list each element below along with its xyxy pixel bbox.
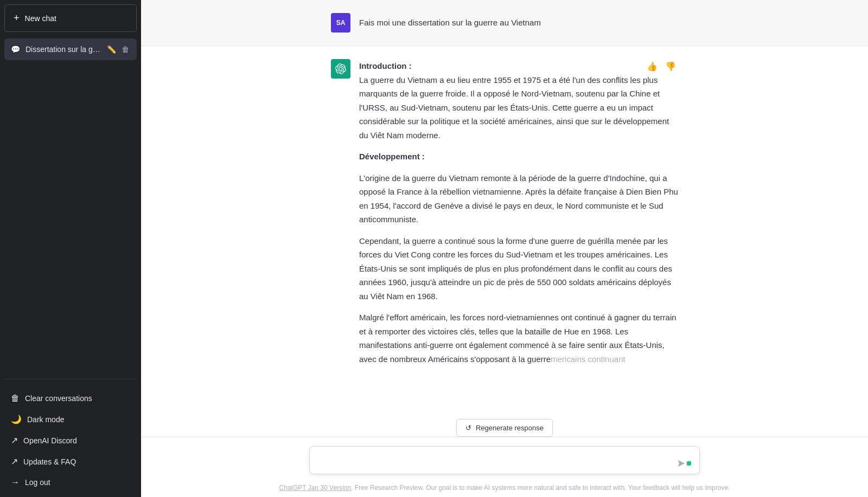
chat-area: SA Fais moi une dissertation sur la guer…: [141, 0, 868, 415]
edit-conversation-button[interactable]: ✏️: [106, 44, 117, 55]
regenerate-label: Regenerate response: [476, 424, 544, 432]
delete-conversation-button[interactable]: 🗑: [120, 44, 130, 55]
sidebar-divider: [4, 379, 137, 379]
intro-text: La guerre du Vietnam a eu lieu entre 195…: [359, 75, 669, 140]
regenerate-button[interactable]: ↺ Regenerate response: [456, 419, 553, 437]
intro-title: Introduction :: [359, 61, 412, 70]
user-text: Fais moi une dissertation sur la guerre …: [359, 13, 541, 29]
logout-icon: →: [11, 477, 20, 487]
clear-label: Clear conversations: [25, 394, 92, 403]
thumbs-down-button[interactable]: 👎: [663, 59, 678, 74]
new-chat-button[interactable]: + New chat: [4, 4, 137, 32]
ai-avatar: [331, 59, 350, 79]
footer: ChatGPT Jan 30 Version. Free Research Pr…: [141, 481, 868, 497]
conversation-item[interactable]: 💬 Dissertation sur la gue ✏️ 🗑: [4, 38, 137, 60]
dev-paragraph-2: Cependant, la guerre a continué sous la …: [359, 234, 678, 304]
dev-title: Développement :: [359, 152, 425, 161]
regenerate-icon: ↺: [465, 424, 471, 432]
main-content: SA Fais moi une dissertation sur la guer…: [141, 0, 868, 497]
discord-label: OpenAI Discord: [23, 436, 77, 445]
dev-paragraph-1: L'origine de la guerre du Vietnam remont…: [359, 171, 678, 227]
logout-label: Log out: [25, 478, 50, 487]
sidebar-item-clear[interactable]: 🗑 Clear conversations: [4, 388, 137, 409]
conversation-title: Dissertation sur la gue: [25, 45, 100, 54]
conversation-actions: ✏️ 🗑: [106, 44, 130, 55]
moon-icon: 🌙: [11, 414, 22, 424]
faq-label: Updates & FAQ: [23, 457, 76, 466]
discord-icon: ↗: [11, 435, 18, 446]
ai-actions: 👍 👎: [644, 59, 678, 74]
input-area: [141, 437, 868, 481]
user-avatar: SA: [331, 13, 350, 33]
send-icon: [677, 459, 686, 468]
ai-message: Introduction : La guerre du Vietnam a eu…: [141, 46, 868, 379]
clear-icon: 🗑: [11, 393, 20, 403]
sidebar-item-faq[interactable]: ↗ Updates & FAQ: [4, 451, 137, 472]
footer-text: . Free Research Preview. Our goal is to …: [351, 484, 730, 492]
regenerate-wrapper: ↺ Regenerate response: [435, 415, 575, 437]
thumbs-up-button[interactable]: 👍: [644, 59, 660, 74]
conversation-list: 💬 Dissertation sur la gue ✏️ 🗑: [0, 36, 141, 375]
sidebar-item-logout[interactable]: → Log out: [4, 472, 137, 493]
chat-icon: 💬: [11, 45, 20, 54]
sidebar-bottom: 🗑 Clear conversations 🌙 Dark mode ↗ Open…: [0, 384, 141, 497]
input-wrapper: [309, 446, 700, 477]
send-indicator: [687, 461, 691, 466]
user-message: SA Fais moi une dissertation sur la guer…: [141, 0, 868, 46]
dev-paragraph-3: Malgré l'effort américain, les forces no…: [359, 311, 678, 366]
new-chat-label: New chat: [25, 14, 56, 23]
send-button[interactable]: [675, 457, 693, 470]
plus-icon: +: [14, 12, 20, 24]
sidebar-item-discord[interactable]: ↗ OpenAI Discord: [4, 430, 137, 451]
footer-link[interactable]: ChatGPT Jan 30 Version: [279, 484, 352, 492]
sidebar-item-dark-mode[interactable]: 🌙 Dark mode: [4, 409, 137, 430]
faq-icon: ↗: [11, 456, 18, 467]
dark-mode-label: Dark mode: [27, 415, 64, 424]
ai-text: Introduction : La guerre du Vietnam a eu…: [359, 59, 678, 366]
sidebar: + New chat 💬 Dissertation sur la gue ✏️ …: [0, 0, 141, 497]
message-input[interactable]: [309, 446, 700, 475]
